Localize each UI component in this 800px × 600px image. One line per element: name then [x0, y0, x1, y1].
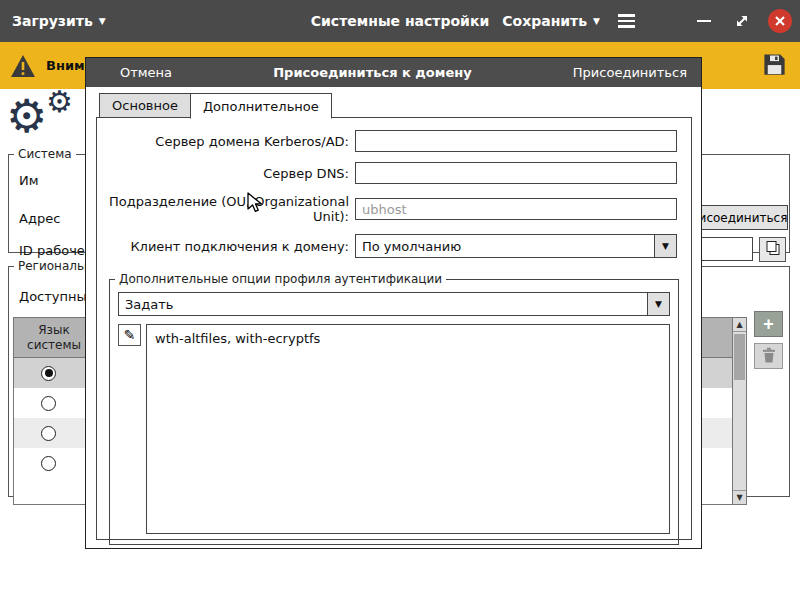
dialog-cancel-button[interactable]: Отмена: [120, 65, 172, 80]
auth-options-textarea[interactable]: wth-altfiles, with-ecryptfs: [146, 324, 670, 534]
scroll-up-icon[interactable]: ▲: [733, 318, 746, 332]
save-menu-button[interactable]: Сохранить ▼: [502, 13, 600, 29]
dialog-header: Отмена Присоединиться к домену Присоедин…: [86, 58, 701, 87]
workstation-id-label: ID рабочей: [19, 243, 93, 258]
load-label: Загрузить: [12, 13, 93, 29]
save-label: Сохранить: [502, 13, 587, 29]
table-scrollbar[interactable]: ▲ ▼: [732, 318, 746, 504]
auth-mode-value: Задать: [119, 297, 647, 312]
expand-icon: [734, 13, 750, 29]
language-radio[interactable]: [41, 456, 56, 471]
kerberos-server-label: Сервер домена Kerberos/AD:: [97, 134, 349, 149]
kerberos-server-input[interactable]: [355, 130, 677, 152]
warning-triangle-icon: [10, 54, 36, 78]
ou-input[interactable]: [355, 198, 677, 220]
save-to-file-button[interactable]: [761, 51, 788, 81]
form-row-ou: Подразделение (OU, Organizational Unit):: [97, 194, 677, 224]
gear-icon: ⚙: [46, 87, 73, 117]
dialog-title: Присоединиться к домену: [172, 65, 573, 80]
dialog-tab-panel: Сервер домена Kerberos/AD: Сервер DNS: П…: [96, 117, 692, 540]
hamburger-icon: [618, 14, 635, 28]
auth-edit-row: ✎ wth-altfiles, with-ecryptfs: [118, 324, 670, 534]
close-button[interactable]: [768, 9, 792, 33]
language-radio[interactable]: [41, 366, 56, 381]
scroll-down-icon[interactable]: ▼: [733, 490, 746, 504]
trash-icon: [762, 347, 776, 363]
auth-mode-row: Задать ▼: [118, 292, 670, 316]
dns-server-label: Сервер DNS:: [97, 166, 349, 181]
maximize-button[interactable]: [730, 9, 754, 33]
minimize-icon: [697, 20, 711, 23]
floppy-icon: [761, 51, 788, 78]
domain-client-label: Клиент подключения к домену:: [97, 239, 349, 254]
caret-down-icon: ▼: [99, 17, 106, 26]
auth-options-text: wth-altfiles, with-ecryptfs: [155, 331, 320, 346]
gear-icon: ⚙: [6, 93, 47, 139]
system-legend: Система: [14, 147, 76, 161]
minimize-button[interactable]: [692, 9, 716, 33]
tab-additional[interactable]: Дополнительное: [190, 93, 332, 119]
form-row-domain-client: Клиент подключения к домену: По умолчани…: [97, 234, 677, 258]
load-menu-button[interactable]: Загрузить ▼: [12, 13, 106, 29]
domain-client-select[interactable]: По умолчанию ▼: [355, 234, 677, 258]
form-row-dns: Сервер DNS:: [97, 162, 677, 184]
dns-server-input[interactable]: [355, 162, 677, 184]
language-radio[interactable]: [41, 426, 56, 441]
copy-icon: [765, 240, 781, 256]
join-domain-button[interactable]: рисоединиться: [690, 205, 788, 230]
dialog-join-button[interactable]: Присоединиться: [573, 65, 687, 80]
hamburger-menu-button[interactable]: [614, 9, 638, 33]
titlebar: Загрузить ▼ Системные настройки Сохранит…: [0, 0, 800, 42]
domain-client-value: По умолчанию: [356, 239, 654, 254]
auth-mode-select[interactable]: Задать ▼: [118, 292, 670, 316]
form-row-kerberos: Сервер домена Kerberos/AD:: [97, 130, 677, 152]
add-language-button[interactable]: +: [754, 311, 783, 337]
delete-language-button[interactable]: [754, 343, 783, 369]
dialog-tabs: Основное Дополнительное: [99, 93, 332, 119]
language-column-header: Язык системы: [22, 323, 86, 352]
pencil-icon: ✎: [124, 327, 136, 343]
language-radio[interactable]: [41, 396, 56, 411]
caret-down-icon: ▼: [593, 17, 600, 26]
settings-gears-icon: ⚙ ⚙: [6, 89, 86, 149]
ou-label: Подразделение (OU, Organizational Unit):: [97, 194, 349, 224]
screen: Загрузить ▼ Системные настройки Сохранит…: [0, 0, 800, 600]
join-domain-dialog: Отмена Присоединиться к домену Присоедин…: [85, 57, 702, 549]
address-label: Адрес: [19, 211, 60, 226]
scrollbar-thumb[interactable]: [734, 334, 745, 380]
tab-basic[interactable]: Основное: [99, 93, 191, 118]
auth-options-fieldset: Дополнительные опции профиля аутентифика…: [109, 272, 679, 545]
close-icon: [774, 15, 786, 27]
edit-button[interactable]: ✎: [118, 324, 141, 346]
chevron-down-icon[interactable]: ▼: [654, 235, 676, 257]
chevron-down-icon[interactable]: ▼: [647, 293, 669, 315]
auth-options-legend: Дополнительные опции профиля аутентифика…: [115, 272, 446, 286]
computer-name-label: Им: [19, 173, 39, 188]
